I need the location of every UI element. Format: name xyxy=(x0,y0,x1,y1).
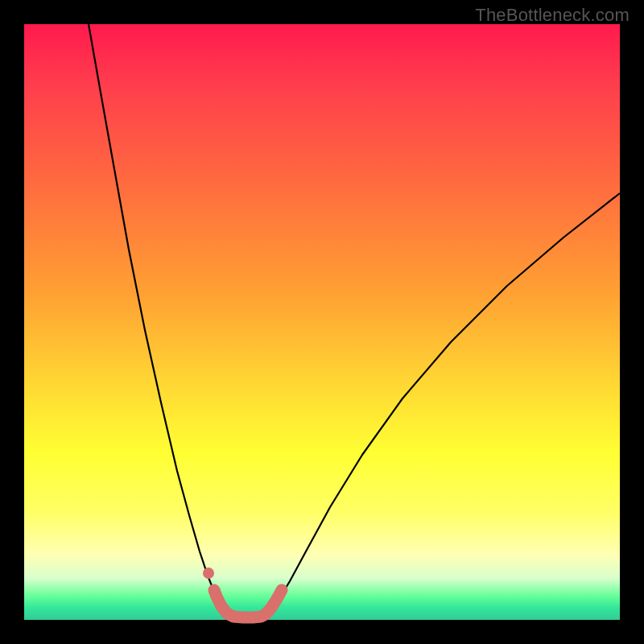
plot-area xyxy=(24,24,620,620)
watermark-text: TheBottleneck.com xyxy=(475,5,630,26)
chart-frame: TheBottleneck.com xyxy=(0,0,644,644)
highlight-dot xyxy=(203,568,214,579)
highlight-segment xyxy=(214,590,282,617)
curve-layer xyxy=(24,24,620,620)
bottleneck-curve xyxy=(89,24,620,620)
